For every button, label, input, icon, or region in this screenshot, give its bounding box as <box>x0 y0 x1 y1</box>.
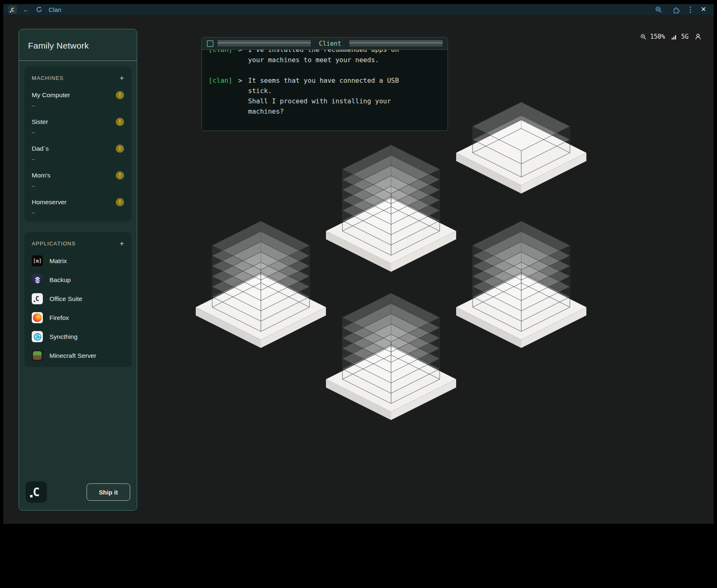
browser-chrome: C ← Clan ✕ <box>3 4 714 15</box>
warning-icon: ! <box>116 91 124 99</box>
machine-node[interactable] <box>456 102 586 194</box>
syncthing-icon <box>32 331 43 342</box>
network-title: Family Network <box>19 29 137 61</box>
application-item[interactable]: [m] Matrix <box>32 255 124 266</box>
terminal-body[interactable]: [clan] > I've installed the recommended … <box>202 50 448 131</box>
machine-item[interactable]: Mom's! – <box>32 171 124 189</box>
machines-header: MACHINES <box>32 75 63 81</box>
matrix-icon: [m] <box>32 255 43 266</box>
terminal-message: [clan] > I've installed the recommended … <box>209 50 441 65</box>
warning-icon: ! <box>116 171 124 180</box>
titlebar-lines <box>349 40 443 47</box>
warning-icon: ! <box>116 145 124 153</box>
window-close-box-icon[interactable] <box>207 40 213 47</box>
client-terminal-window[interactable]: Client [clan] > I've installed the recom… <box>202 37 448 131</box>
extensions-icon[interactable] <box>672 6 680 13</box>
menu-kebab-icon[interactable] <box>690 7 691 13</box>
applications-header: APPLICATIONS <box>32 240 76 247</box>
machine-item[interactable]: Sister! – <box>32 118 124 135</box>
machine-node[interactable] <box>326 293 456 420</box>
clan-favicon: C <box>8 5 17 14</box>
signal-bars-icon <box>671 34 677 40</box>
warning-icon: ! <box>116 118 124 126</box>
back-icon[interactable]: ← <box>23 6 30 13</box>
zoom-indicator-icon <box>640 34 647 40</box>
application-item[interactable]: Firefox <box>32 312 124 323</box>
user-icon[interactable] <box>695 33 701 40</box>
divider <box>19 61 137 61</box>
machine-node[interactable] <box>196 221 326 348</box>
zoom-in-icon[interactable] <box>655 6 663 13</box>
prompt-prefix: [clan] <box>209 50 232 65</box>
prompt-char: > <box>238 75 242 117</box>
ship-it-button[interactable]: Ship it <box>87 483 130 501</box>
office-suite-icon: C <box>32 293 43 304</box>
prompt-char: > <box>238 50 242 65</box>
app-window: C ← Clan ✕ 1 <box>0 0 717 588</box>
sidebar: Family Network MACHINES + My Computer! –… <box>19 29 137 511</box>
close-icon[interactable]: ✕ <box>701 6 706 13</box>
main-canvas: 150% 5G Client [clan] <box>3 15 714 524</box>
application-item[interactable]: Minecraft Server <box>32 350 124 361</box>
warning-icon: ! <box>116 198 124 206</box>
application-item[interactable]: Backup <box>32 274 124 285</box>
application-item[interactable]: Syncthing <box>32 331 124 342</box>
add-application-button[interactable]: + <box>120 240 124 247</box>
terminal-title: Client <box>315 40 345 47</box>
machines-panel: MACHINES + My Computer! – Sister! – Dad´… <box>24 67 131 222</box>
titlebar-lines <box>218 40 311 47</box>
machine-item[interactable]: Homeserver! – <box>32 198 124 216</box>
terminal-titlebar[interactable]: Client <box>202 37 448 50</box>
tab-title[interactable]: Clan <box>49 6 61 13</box>
reload-icon[interactable] <box>35 6 43 13</box>
minecraft-icon <box>32 350 43 361</box>
prompt-prefix: [clan] <box>209 75 232 117</box>
applications-panel: APPLICATIONS + [m] Matrix Backu <box>24 232 131 367</box>
backup-icon <box>32 274 43 285</box>
machine-node[interactable] <box>456 221 586 348</box>
clan-logo: C <box>26 481 47 503</box>
machine-item[interactable]: My Computer! – <box>32 91 124 109</box>
terminal-message: [clan] > It seems that you have connecte… <box>209 75 441 117</box>
machine-node[interactable] <box>326 145 456 272</box>
machine-item[interactable]: Dad´s! – <box>32 145 124 162</box>
status-hud: 150% 5G <box>640 33 701 40</box>
application-item[interactable]: C Office Suite <box>32 293 124 304</box>
firefox-icon <box>32 312 43 323</box>
add-machine-button[interactable]: + <box>120 74 124 82</box>
zoom-level: 150% <box>650 33 665 40</box>
network-label: 5G <box>681 33 689 40</box>
